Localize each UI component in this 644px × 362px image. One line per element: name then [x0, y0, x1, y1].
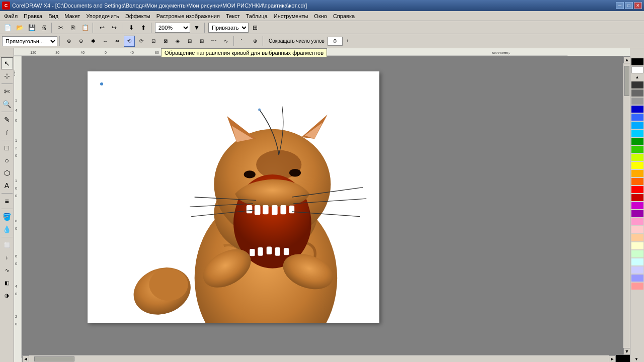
menu-help[interactable]: Справка [330, 12, 358, 20]
node-tool-12[interactable]: ⊞ [196, 36, 207, 47]
menu-text[interactable]: Текст [223, 12, 243, 20]
color-swatch-lime[interactable] [631, 154, 643, 161]
new-button[interactable]: 📄 [2, 22, 13, 33]
undo-button[interactable]: ↩ [97, 22, 108, 33]
palette-scroll-down[interactable]: ▼ [630, 356, 642, 362]
node-tool-13[interactable]: 〰 [208, 36, 219, 47]
scroll-thumb-horizontal[interactable] [34, 356, 74, 361]
shape-tool[interactable]: ⊹ [1, 70, 13, 82]
snap-select[interactable]: Привязать к [208, 23, 249, 33]
color-swatch-darkorange[interactable] [631, 178, 643, 185]
color-swatch-red[interactable] [631, 186, 643, 193]
menu-table[interactable]: Таблица [243, 12, 271, 20]
menu-edit[interactable]: Правка [21, 12, 45, 20]
paste-button[interactable]: 📋 [79, 22, 91, 33]
ellipse-tool[interactable]: ○ [1, 154, 13, 166]
color-swatch-cyan[interactable] [631, 130, 643, 137]
color-swatch-orange[interactable] [631, 170, 643, 177]
color-swatch-gray[interactable] [631, 89, 643, 97]
freehand-tool[interactable]: ✎ [1, 114, 13, 126]
text-tool[interactable]: A [1, 179, 13, 192]
node-count-input[interactable] [328, 37, 343, 46]
color-swatch-medgray[interactable] [631, 98, 643, 105]
scroll-left-button[interactable]: ◄ [22, 355, 29, 363]
node-tool-14[interactable]: ∿ [220, 36, 231, 47]
node-tool-4[interactable]: ↔ [100, 36, 111, 47]
open-button[interactable]: 📂 [14, 22, 25, 33]
zoom-tool[interactable]: 🔍 [1, 98, 13, 110]
cut-button[interactable]: ✂ [55, 22, 66, 33]
menu-tools[interactable]: Инструменты [271, 12, 311, 20]
node-tool-1[interactable]: ⊕ [63, 36, 74, 47]
fill-tool[interactable]: 🪣 [1, 211, 13, 223]
color-swatch-skyblue[interactable] [631, 122, 643, 129]
blend-tool[interactable]: ↕ [1, 251, 13, 263]
transparency-tool[interactable]: ◑ [1, 289, 13, 301]
white-swatch[interactable] [631, 66, 643, 73]
color-swatch-magenta[interactable] [631, 202, 643, 209]
color-swatch-salmon[interactable] [631, 283, 643, 290]
eyedropper-tool[interactable]: 💧 [1, 223, 13, 235]
export-button[interactable]: ⬆ [138, 22, 149, 33]
menu-layout[interactable]: Макет [61, 12, 83, 20]
maximize-button[interactable]: □ [625, 2, 633, 9]
minimize-button[interactable]: ─ [616, 2, 624, 9]
color-swatch-lightgreen[interactable] [631, 146, 643, 153]
zoom-select[interactable]: 200%100%50% [155, 23, 190, 33]
distort-tool[interactable]: ∿ [1, 264, 13, 276]
scroll-down-button[interactable]: ▼ [623, 348, 630, 355]
rectangle-tool[interactable]: □ [1, 142, 13, 154]
node-tool-6[interactable]: ⟲ [124, 36, 135, 47]
node-tool-3[interactable]: ✱ [88, 36, 99, 47]
drawing-page[interactable] [88, 71, 379, 323]
vertical-scrollbar[interactable]: ▲ ▼ [623, 56, 630, 355]
close-button[interactable]: ✕ [634, 2, 642, 9]
scroll-up-button[interactable]: ▲ [623, 56, 630, 63]
menu-effects[interactable]: Эффекты [122, 12, 153, 20]
node-tool-10[interactable]: ◈ [172, 36, 183, 47]
copy-button[interactable]: ⎘ [67, 22, 78, 33]
color-swatch-pink[interactable] [631, 218, 643, 225]
import-button[interactable]: ⬇ [126, 22, 137, 33]
color-swatch-mintgreen[interactable] [631, 250, 643, 257]
color-swatch-yellow[interactable] [631, 162, 643, 169]
select-tool[interactable]: ↖ [1, 57, 13, 69]
color-swatch-darkred[interactable] [631, 194, 643, 201]
menu-arrange[interactable]: Упорядочить [83, 12, 122, 20]
color-swatch-lavender[interactable] [631, 266, 643, 274]
scroll-thumb-vertical[interactable] [624, 66, 629, 96]
redo-button[interactable]: ↪ [109, 22, 120, 33]
menu-window[interactable]: Окно [311, 12, 330, 20]
color-swatch-cream[interactable] [631, 242, 643, 249]
color-swatch-purple[interactable] [631, 210, 643, 217]
black-swatch[interactable] [631, 58, 643, 65]
node-tool-11[interactable]: ⊟ [184, 36, 195, 47]
menu-view[interactable]: Вид [45, 12, 61, 20]
menu-file[interactable]: Файл [1, 12, 21, 20]
color-swatch-lightcyan[interactable] [631, 258, 643, 265]
save-button[interactable]: 💾 [26, 22, 37, 33]
node-tool-9[interactable]: ⊠ [160, 36, 171, 47]
palette-scroll-up[interactable]: ▲ [631, 74, 643, 80]
node-tool-2[interactable]: ⊖ [75, 36, 87, 47]
snap-icon[interactable]: ⊞ [250, 22, 261, 33]
menu-bitmaps[interactable]: Растровые изображения [153, 12, 223, 20]
node-tool-16[interactable]: ⊕ [250, 36, 261, 47]
color-swatch-green[interactable] [631, 138, 643, 145]
node-tool-15[interactable]: ⋱ [237, 36, 249, 47]
canvas-area[interactable]: ▲ ▼ ◄ ► [22, 56, 630, 362]
color-swatch-blue[interactable] [631, 106, 643, 113]
color-swatch-lightblue[interactable] [631, 114, 643, 121]
zoom-dropdown[interactable]: ▼ [191, 22, 202, 33]
shape-select[interactable]: Прямоугольн... [2, 36, 57, 46]
node-tool-5[interactable]: ⇔ [112, 36, 123, 47]
polygon-tool[interactable]: ⬡ [1, 167, 13, 179]
crop-tool[interactable]: ✄ [1, 85, 13, 98]
color-swatch-periwinkle[interactable] [631, 275, 643, 282]
bezier-tool[interactable]: ∫ [1, 126, 13, 138]
table-tool[interactable]: ≡ [1, 195, 13, 207]
print-button[interactable]: 🖨 [38, 22, 49, 33]
node-tool-7[interactable]: ⟳ [136, 36, 147, 47]
node-tool-8[interactable]: ⊡ [148, 36, 159, 47]
color-swatch-lightpink[interactable] [631, 226, 643, 233]
